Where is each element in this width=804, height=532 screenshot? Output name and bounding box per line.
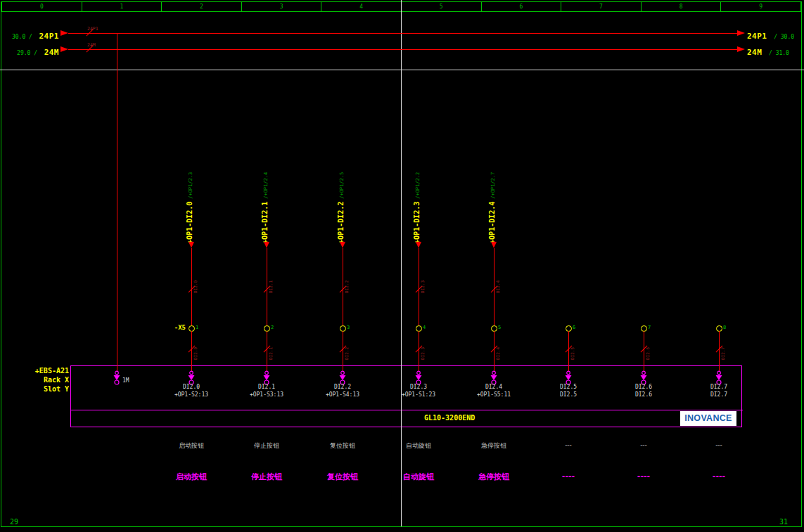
page-number-prev: 29 [10, 518, 18, 526]
function-label-gray: 复位按钮 [307, 441, 378, 450]
signal-wire [191, 248, 192, 325]
signal-wire [494, 248, 494, 325]
wire-number-tag: DI2.1 [268, 347, 273, 360]
signal-name: +OP1-DI2.4 [488, 202, 496, 244]
sheet-border-bottom [1, 526, 802, 527]
signal-wire [419, 248, 419, 325]
terminal-number: 7 [648, 325, 651, 330]
terminal-number: 6 [573, 325, 575, 330]
interrupt-arrow-icon [60, 46, 68, 52]
rail-name: 24M [747, 48, 762, 57]
source-arrow-icon [264, 242, 269, 248]
interrupt-arrow-icon [737, 30, 745, 36]
signal-wire [494, 331, 494, 372]
rail-name: 24P1 [39, 32, 60, 41]
header-divider-line [0, 70, 804, 70]
io-label-block: DI2.4 +OP1-S5:11 [459, 383, 529, 398]
device-label-block: +EBS-A21 Rack X Slot Y [13, 366, 69, 394]
brand-logo: INOVANCE [680, 411, 736, 426]
signal-xref: /+OP1/2.5 [339, 172, 345, 199]
io-address-label: +OP1-S5:11 [459, 391, 529, 398]
function-label-gray: --- [684, 441, 754, 448]
rail-right-xref: / 31.0 [769, 50, 789, 56]
wire-number-tag: DI2.0 [193, 280, 198, 293]
signal-wire [343, 248, 343, 325]
io-channel-label: DI2.1 [231, 383, 302, 391]
io-address-label: DI2.6 [608, 391, 679, 398]
signal-wire [267, 331, 267, 372]
wire-number-tag: 24M [87, 42, 96, 48]
signal-wire [191, 331, 192, 372]
signal-xref: /+OP1/2.7 [490, 172, 496, 199]
wire-number-tag: DI2.6 [645, 347, 650, 360]
io-address-label: +OP1-S3:13 [231, 391, 302, 398]
source-arrow-icon [491, 242, 497, 248]
rail-name: 24P1 [747, 32, 767, 41]
ruler-cell: 3 [242, 2, 322, 11]
io-address-label: DI2.7 [684, 391, 754, 398]
function-label-magenta: 复位按钮 [307, 472, 378, 482]
function-label-magenta: ---- [608, 472, 679, 481]
function-label-magenta: ---- [533, 472, 604, 481]
rail-name: 24M [44, 48, 59, 57]
io-channel-label: DI2.7 [684, 383, 754, 391]
wire-number-tag: DI2.2 [344, 347, 349, 360]
function-label-magenta: 启动按钮 [156, 472, 226, 482]
signal-wire [568, 331, 569, 372]
io-label-block: DI2.5 DI2.5 [533, 383, 604, 398]
io-label-block: DI2.2 +OP1-S4:13 [307, 383, 378, 398]
wire-number-tag: DI2.3 [420, 280, 425, 293]
rail-24p1-left-label: 30.0 / 24P1 [0, 28, 59, 41]
device-slot: Slot Y [13, 384, 69, 394]
ruler-cell: 5 [402, 2, 482, 11]
source-arrow-icon [189, 242, 194, 248]
io-address-label: +OP1-S4:13 [307, 391, 378, 398]
io-label-block: DI2.1 +OP1-S3:13 [231, 383, 302, 398]
signal-label: +OP1-DI2.2/+OP1/2.5 [336, 172, 344, 244]
rail-24m-left-label: 29.0 / 24M [0, 44, 59, 58]
wire-number-tag: DI2.7 [720, 347, 725, 360]
terminal-number: 3 [347, 325, 350, 330]
rail-24m-wire [68, 49, 737, 50]
ruler-cell: 2 [162, 2, 242, 11]
sheet-border-left [1, 1, 1, 527]
function-label-magenta: 停止按钮 [231, 472, 302, 482]
function-label-magenta: 急停按钮 [459, 472, 529, 482]
function-label-gray: --- [608, 441, 679, 448]
io-label-block: DI2.0 +OP1-S2:13 [156, 383, 226, 398]
signal-xref: /+OP1/2.2 [415, 172, 421, 199]
rail-24p1-right-label: 24P1 / 30.0 [747, 28, 794, 41]
device-name: +EBS-A21 [13, 366, 69, 375]
signal-xref: /+OP1/2.3 [188, 172, 193, 199]
io-channel-label: DI2.0 [156, 383, 226, 391]
io-channel-label: DI2.2 [307, 383, 378, 391]
io-address-label: DI2.5 [533, 391, 604, 398]
wire-number-tag: DI2.4 [495, 347, 500, 360]
io-label-block: DI2.6 DI2.6 [608, 383, 679, 398]
ruler-cell: 7 [561, 2, 642, 11]
wire-number-tag: DI2.4 [495, 280, 500, 293]
ruler-cell: 4 [321, 2, 402, 11]
signal-wire [719, 331, 720, 372]
terminal-number: 1 [196, 325, 198, 330]
rail-24m-right-label: 24M / 31.0 [747, 44, 789, 58]
source-arrow-icon [340, 242, 345, 248]
terminal-number: 5 [498, 325, 501, 330]
function-label-gray: --- [533, 441, 604, 448]
terminal-number: 2 [271, 325, 274, 330]
rail-24p1-wire [68, 33, 737, 34]
signal-name: +OP1-DI2.0 [186, 202, 193, 244]
ruler-cell: 9 [721, 2, 800, 11]
source-arrow-icon [416, 242, 421, 248]
wire-number-tag: DI2.5 [570, 347, 575, 360]
signal-xref: /+OP1/2.4 [263, 172, 269, 199]
page-number-next: 31 [779, 518, 788, 526]
rail-left-xref: 29.0 / [17, 50, 37, 56]
signal-label: +OP1-DI2.3/+OP1/2.2 [411, 172, 420, 244]
terminal-number: 4 [423, 325, 426, 330]
io-channel-label: 1M [122, 377, 129, 384]
signal-label: +OP1-DI2.4/+OP1/2.7 [487, 172, 495, 244]
rail-left-xref: 30.0 / [12, 34, 32, 40]
plc-module-strip-line [70, 410, 743, 410]
terminal-strip-label: -X5 [165, 324, 186, 331]
